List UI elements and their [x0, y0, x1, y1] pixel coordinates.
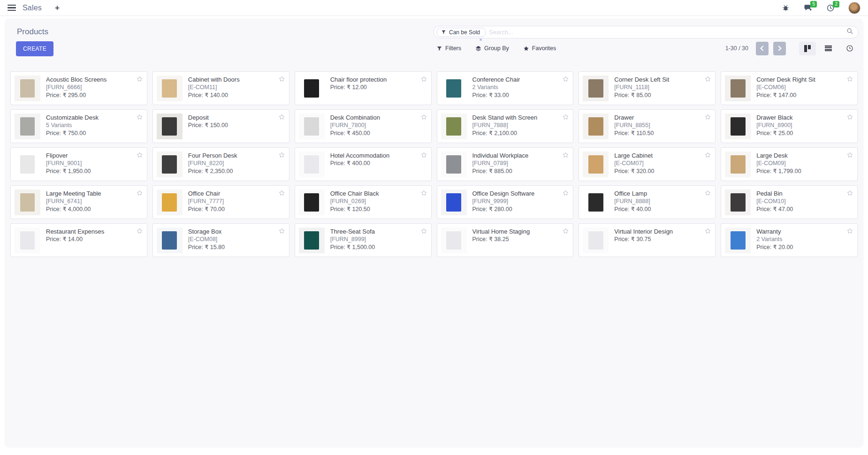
pager-previous-button[interactable]	[756, 42, 769, 55]
product-name[interactable]: Office Lamp	[614, 190, 656, 197]
favorite-star-icon[interactable]	[136, 190, 143, 197]
user-avatar[interactable]	[848, 2, 860, 14]
product-card[interactable]: Large Cabinet [E-COM07] Price: ₹ 320.00	[579, 147, 716, 181]
product-card[interactable]: Office Chair Black [FURN_0269] Price: ₹ …	[295, 185, 432, 219]
product-card[interactable]: Restaurant Expenses Price: ₹ 14.00	[10, 223, 147, 257]
product-name[interactable]: Office Design Software	[472, 190, 544, 197]
product-card[interactable]: Corner Desk Left Sit [FURN_1118] Price: …	[579, 71, 716, 105]
product-card[interactable]: Chair floor protection Price: ₹ 12.00	[295, 71, 432, 105]
product-card[interactable]: Individual Workplace [FURN_0789] Price: …	[437, 147, 574, 181]
activity-view-button[interactable]	[841, 41, 859, 55]
list-view-button[interactable]	[820, 42, 837, 55]
product-name[interactable]: Deposit	[188, 114, 228, 121]
product-card[interactable]: Office Lamp [FURN_8888] Price: ₹ 40.00	[579, 185, 716, 219]
product-name[interactable]: Storage Box	[188, 228, 231, 235]
product-name[interactable]: Three-Seat Sofa	[330, 228, 384, 235]
product-card[interactable]: Hotel Accommodation Price: ₹ 400.00	[295, 147, 432, 181]
search-bar[interactable]: Can be Sold ✕	[434, 26, 859, 38]
product-card[interactable]: Deposit Price: ₹ 150.00	[152, 109, 289, 143]
favorite-star-icon[interactable]	[278, 190, 285, 197]
product-card[interactable]: Cabinet with Doors [E-COM11] Price: ₹ 14…	[152, 71, 289, 105]
product-name[interactable]: Desk Stand with Screen	[472, 114, 547, 121]
favorite-star-icon[interactable]	[420, 152, 427, 159]
favorite-star-icon[interactable]	[704, 114, 711, 121]
product-name[interactable]: Office Chair Black	[330, 190, 388, 197]
product-card[interactable]: Pedal Bin [E-COM10] Price: ₹ 47.00	[721, 185, 858, 219]
product-name[interactable]: Drawer Black	[756, 114, 802, 121]
product-name[interactable]: Office Chair	[188, 190, 229, 197]
product-name[interactable]: Acoustic Bloc Screens	[46, 76, 116, 83]
product-name[interactable]: Pedal Bin	[756, 190, 793, 197]
new-tab-button[interactable]: +	[55, 3, 60, 13]
product-name[interactable]: Corner Desk Left Sit	[614, 76, 678, 83]
product-name[interactable]: Restaurant Expenses	[46, 228, 114, 235]
search-input[interactable]	[489, 29, 846, 36]
debug-bug-icon[interactable]	[781, 3, 790, 13]
favorite-star-icon[interactable]	[420, 114, 427, 121]
create-button[interactable]: CREATE	[16, 41, 53, 56]
favorite-star-icon[interactable]	[562, 152, 569, 159]
pager-next-button[interactable]	[773, 42, 786, 55]
favorite-star-icon[interactable]	[136, 152, 143, 159]
favorite-star-icon[interactable]	[704, 190, 711, 197]
favorite-star-icon[interactable]	[846, 152, 853, 159]
filter-facet-can-be-sold[interactable]: Can be Sold	[436, 28, 486, 37]
product-card[interactable]: Desk Combination [FURN_7800] Price: ₹ 45…	[295, 109, 432, 143]
product-card[interactable]: Four Person Desk [FURN_8220] Price: ₹ 2,…	[152, 147, 289, 181]
filters-button[interactable]: Filters	[436, 45, 461, 52]
product-card[interactable]: Acoustic Bloc Screens [FURN_6666] Price:…	[10, 71, 147, 105]
favorite-star-icon[interactable]	[562, 228, 569, 235]
product-name[interactable]: Customizable Desk	[46, 114, 108, 121]
favorite-star-icon[interactable]	[704, 76, 711, 83]
product-card[interactable]: Flipover [FURN_9001] Price: ₹ 1,950.00	[10, 147, 147, 181]
product-card[interactable]: Large Desk [E-COM09] Price: ₹ 1,799.00	[721, 147, 858, 181]
favorite-star-icon[interactable]	[846, 114, 853, 121]
product-name[interactable]: Warranty	[756, 228, 793, 235]
favorite-star-icon[interactable]	[562, 76, 569, 83]
kanban-view-button[interactable]	[799, 42, 816, 55]
product-name[interactable]: Individual Workplace	[472, 152, 538, 159]
product-card[interactable]: Large Meeting Table [FURN_6741] Price: ₹…	[10, 185, 147, 219]
product-name[interactable]: Four Person Desk	[188, 152, 247, 159]
favorite-star-icon[interactable]	[704, 228, 711, 235]
product-card[interactable]: Drawer [FURN_8855] Price: ₹ 110.50	[579, 109, 716, 143]
product-card[interactable]: Warranty 2 Variants Price: ₹ 20.00	[721, 223, 858, 257]
product-name[interactable]: Corner Desk Right Sit	[756, 76, 825, 83]
favorite-star-icon[interactable]	[562, 190, 569, 197]
product-card[interactable]: Office Chair [FURN_7777] Price: ₹ 70.00	[152, 185, 289, 219]
favorite-star-icon[interactable]	[846, 228, 853, 235]
product-name[interactable]: Drawer	[614, 114, 654, 121]
product-card[interactable]: Virtual Interior Design Price: ₹ 30.75	[579, 223, 716, 257]
group-by-button[interactable]: Group By	[475, 45, 509, 52]
favorite-star-icon[interactable]	[420, 190, 427, 197]
product-name[interactable]: Cabinet with Doors	[188, 76, 249, 83]
favorite-star-icon[interactable]	[562, 114, 569, 121]
product-name[interactable]: Large Desk	[756, 152, 801, 159]
favorite-star-icon[interactable]	[846, 76, 853, 83]
favorite-star-icon[interactable]	[278, 228, 285, 235]
favorite-star-icon[interactable]	[136, 76, 143, 83]
favorite-star-icon[interactable]	[136, 228, 143, 235]
product-name[interactable]: Conference Chair	[472, 76, 530, 83]
favorite-star-icon[interactable]	[278, 152, 285, 159]
favorite-star-icon[interactable]	[420, 76, 427, 83]
product-name[interactable]: Large Cabinet	[614, 152, 662, 159]
product-card[interactable]: Desk Stand with Screen [FURN_7888] Price…	[437, 109, 574, 143]
favorite-star-icon[interactable]	[846, 190, 853, 197]
product-card[interactable]: Drawer Black [FURN_8900] Price: ₹ 25.00	[721, 109, 858, 143]
product-name[interactable]: Chair floor protection	[330, 76, 396, 83]
search-icon[interactable]	[846, 28, 853, 37]
product-name[interactable]: Virtual Interior Design	[614, 228, 682, 235]
product-name[interactable]: Virtual Home Staging	[472, 228, 540, 235]
apps-menu-icon[interactable]	[8, 5, 16, 11]
favorite-star-icon[interactable]	[136, 114, 143, 121]
product-name[interactable]: Flipover	[46, 152, 91, 159]
favorite-star-icon[interactable]	[420, 228, 427, 235]
favorite-star-icon[interactable]	[704, 152, 711, 159]
product-card[interactable]: Storage Box [E-COM08] Price: ₹ 15.80	[152, 223, 289, 257]
activities-clock-icon[interactable]: 2	[826, 3, 835, 13]
product-name[interactable]: Desk Combination	[330, 114, 389, 121]
product-card[interactable]: Virtual Home Staging Price: ₹ 38.25	[437, 223, 574, 257]
product-name[interactable]: Large Meeting Table	[46, 190, 111, 197]
product-card[interactable]: Three-Seat Sofa [FURN_8999] Price: ₹ 1,5…	[295, 223, 432, 257]
